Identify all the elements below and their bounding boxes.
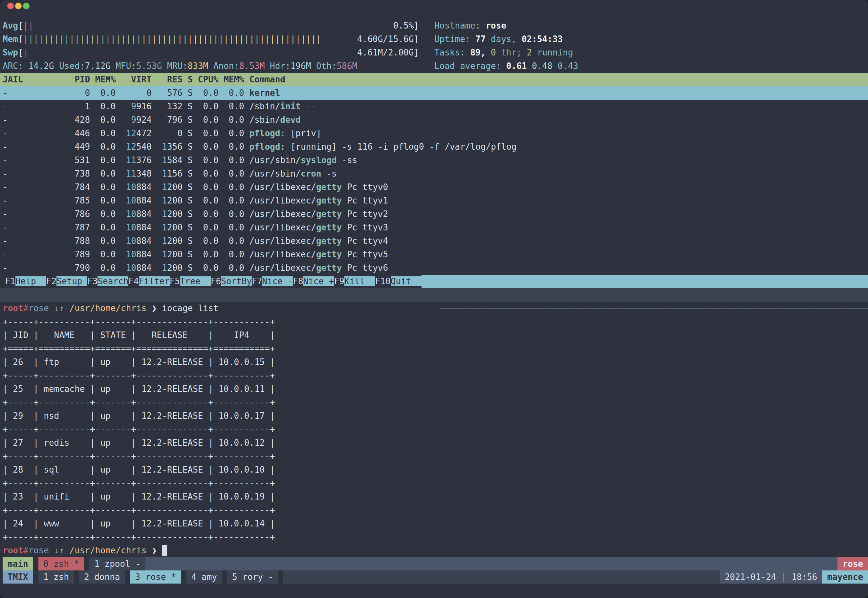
tmux-session-window-0[interactable]: 0 zsh * <box>38 557 84 570</box>
cell-mem-pct2: 0.0 <box>224 263 249 273</box>
fkey-f7-nice-[interactable]: F7Nice - <box>252 275 293 288</box>
cell-res-hi: 1 <box>157 182 167 192</box>
shell-pane: root#rose ↓↑ /usr/home/chris ❯ iocage li… <box>0 302 868 557</box>
htop-info-run: Tasks: <box>434 48 470 57</box>
cell-virt: 884 <box>136 250 157 259</box>
status-row1-filler <box>145 557 838 570</box>
tmux-window-tab-2[interactable]: 3 rose * <box>130 570 181 583</box>
meter-bars-red: | <box>28 21 33 30</box>
prompt-run: root <box>3 303 23 313</box>
process-row[interactable]: - 428 0.0 9924 796 S 0.0 0.0 /sbin/devd <box>0 113 868 127</box>
process-row[interactable]: - 786 0.0 10884 1200 S 0.0 0.0 /usr/libe… <box>0 208 868 221</box>
cell-virt-hi: 10 <box>121 263 136 273</box>
zoom-button-icon[interactable] <box>23 3 30 9</box>
fkey-f3-search[interactable]: F3Search <box>87 275 128 288</box>
arc-run: MRU: <box>162 61 187 71</box>
jail-table-header-separator: +=====+==========+=======+==============… <box>3 344 275 353</box>
cell-pid: 0 <box>59 88 95 98</box>
cell-state: S <box>188 142 198 152</box>
cell-res: 200 <box>167 196 188 205</box>
process-row[interactable]: - 788 0.0 10884 1200 S 0.0 0.0 /usr/libe… <box>0 234 868 248</box>
meter-bracket: [ <box>18 48 23 57</box>
minimize-button-icon[interactable] <box>15 3 22 9</box>
tmux-window-tab-0[interactable]: 1 zsh <box>38 570 74 583</box>
jail-table-row: | 27 | redis | up | 12.2-RELEASE | 10.0.… <box>3 438 275 448</box>
cell-res-hi: 1 <box>157 263 167 273</box>
cell-virt-hi: 10 <box>121 209 136 219</box>
cell-res: 132 <box>157 102 188 111</box>
cell-cpu-pct: 0.0 <box>198 182 224 192</box>
jail-table-row: | 24 | www | up | 12.2-RELEASE | 10.0.0.… <box>0 517 868 531</box>
cell-command-args: [running] -s 116 -i pflog0 -f /var/log/p… <box>285 142 516 152</box>
tmux-window-tab-1[interactable]: 2 donna <box>79 570 125 583</box>
fkey-f1-help[interactable]: F1Help <box>5 275 46 288</box>
fkey-f8-nice-[interactable]: F8Nice + <box>293 275 334 288</box>
process-row[interactable]: - 446 0.0 12472 0 S 0.0 0.0 pflogd: [pri… <box>0 127 868 140</box>
fkey-f6-sortby[interactable]: F6SortBy <box>211 275 252 288</box>
cell-mem-pct: 0.0 <box>95 223 121 232</box>
jail-table-row: | 26 | ftp | up | 12.2-RELEASE | 10.0.0.… <box>0 356 868 369</box>
arc-run: ARC: <box>3 61 28 71</box>
fkey-key-label: F5 <box>170 277 180 286</box>
tmux-session-name[interactable]: main <box>3 557 33 570</box>
cell-jail: - <box>3 88 59 98</box>
cell-res: 200 <box>167 236 188 246</box>
cell-command-args: Pc ttyv6 <box>342 263 388 273</box>
htop-info-run: 0.43 <box>552 61 578 71</box>
cell-virt: 884 <box>136 223 157 232</box>
cell-state: S <box>188 115 198 125</box>
cell-command-path: /usr/libexec/ <box>249 223 316 232</box>
cell-virt-hi: 12 <box>121 129 136 138</box>
process-row[interactable]: - 0 0.0 0 576 S 0.0 0.0 kernel <box>0 86 868 100</box>
process-row[interactable]: - 787 0.0 10884 1200 S 0.0 0.0 /usr/libe… <box>0 221 868 234</box>
prompt-run: ↓ <box>54 303 60 313</box>
meter-bracket: ] <box>414 34 419 44</box>
fkey-f2-setup[interactable]: F2Setup <box>46 275 87 288</box>
fkey-key-label: F3 <box>87 277 97 286</box>
fkey-f10-quit[interactable]: F10Quit <box>375 275 422 288</box>
fkey-f4-filter[interactable]: F4Filter <box>128 275 169 288</box>
process-row[interactable]: - 789 0.0 10884 1200 S 0.0 0.0 /usr/libe… <box>0 248 868 261</box>
htop-info-run: Load average: <box>434 61 506 71</box>
process-row[interactable]: - 449 0.0 12540 1356 S 0.0 0.0 pflogd: [… <box>0 140 868 154</box>
htop-meter-mem: Mem[||||||||||||||||||||||||||||||||||||… <box>0 33 868 46</box>
cell-jail: - <box>3 196 59 205</box>
meter-bars-red: | <box>23 48 28 57</box>
prompt-run <box>49 546 54 555</box>
tmux-window-tab-4[interactable]: 5 rory - <box>227 570 278 583</box>
cell-virt: VIRT <box>121 75 157 84</box>
fkey-key-label: F2 <box>46 277 57 286</box>
prompt-run: # <box>23 303 28 313</box>
tmux-session-window-1[interactable]: 1 zpool - <box>89 557 145 570</box>
process-row[interactable]: - 785 0.0 10884 1200 S 0.0 0.0 /usr/libe… <box>0 194 868 208</box>
cell-mem-pct2: 0.0 <box>224 129 249 138</box>
process-row[interactable]: - 531 0.0 11376 1584 S 0.0 0.0 /usr/sbin… <box>0 154 868 167</box>
process-row[interactable]: - 790 0.0 10884 1200 S 0.0 0.0 /usr/libe… <box>0 261 868 275</box>
htop-meter-swp: Swp[| 4.61M/2.00G]Tasks: 89, 0 thr; 2 ru… <box>0 46 868 60</box>
jail-table-border: +-----+----------+-------+--------------… <box>3 451 275 461</box>
cell-virt-hi: 10 <box>121 182 136 192</box>
fkey-f9-kill[interactable]: F9Kill <box>334 275 375 288</box>
prompt-run: /usr/home/chris <box>70 303 147 313</box>
process-row[interactable]: - 738 0.0 11348 1156 S 0.0 0.0 /usr/sbin… <box>0 167 868 181</box>
process-row[interactable]: - 1 0.0 9916 132 S 0.0 0.0 /sbin/init -- <box>0 100 868 113</box>
cell-virt: 0 <box>121 88 157 98</box>
close-button-icon[interactable] <box>7 3 14 9</box>
cell-command-name: init <box>280 102 301 111</box>
prompt-run: ↑ <box>59 303 64 313</box>
cell-virt: 924 <box>136 115 157 125</box>
jail-table-row: | 23 | unifi | up | 12.2-RELEASE | 10.0.… <box>3 492 275 501</box>
fkey-f5-tree[interactable]: F5Tree <box>170 275 211 288</box>
process-row[interactable]: - 784 0.0 10884 1200 S 0.0 0.0 /usr/libe… <box>0 181 868 194</box>
fkey-action-label: Help <box>15 277 46 286</box>
cell-command-args: Pc ttyv0 <box>342 182 388 192</box>
tmux-window-tab-3[interactable]: 4 amy <box>187 570 222 583</box>
meter-bars-green: ||||||||||||||||||||||| <box>23 34 142 44</box>
cell-mem-pct: 0.0 <box>95 250 121 259</box>
cell-virt-hi: 9 <box>121 115 136 125</box>
prompt-run <box>64 546 70 555</box>
cell-virt-hi: 11 <box>121 155 136 165</box>
cell-command-name: getty <box>316 263 342 273</box>
meter-bars-green: | <box>23 21 28 30</box>
cell-res-hi: 1 <box>157 155 167 165</box>
